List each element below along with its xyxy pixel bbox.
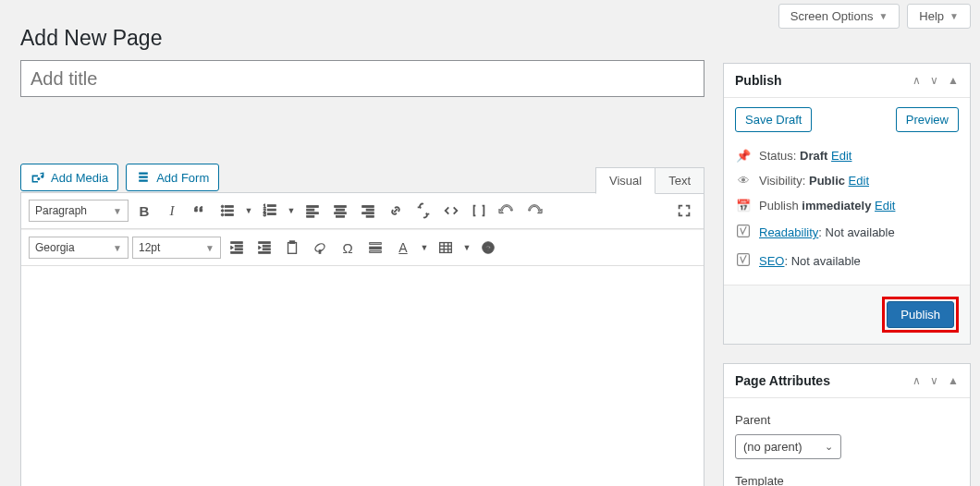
top-bar: Screen Options ▼ Help ▼ xyxy=(778,0,971,29)
toggle-icon[interactable]: ▲ xyxy=(948,74,959,87)
svg-rect-3 xyxy=(225,210,233,212)
tab-text[interactable]: Text xyxy=(655,167,704,194)
help-label: Help xyxy=(919,9,944,23)
svg-rect-39 xyxy=(440,243,452,253)
move-up-icon[interactable]: ∧ xyxy=(913,374,921,387)
parent-select[interactable]: (no parent) ⌄ xyxy=(735,434,841,459)
svg-rect-30 xyxy=(263,249,270,250)
font-value: Georgia xyxy=(35,241,75,254)
chevron-down-icon: ▼ xyxy=(421,243,429,252)
align-center-button[interactable] xyxy=(328,199,352,223)
editor-body[interactable] xyxy=(21,266,704,486)
seo-link[interactable]: SEO xyxy=(759,254,784,268)
yoast-icon xyxy=(735,252,752,270)
numbered-list-dropdown[interactable]: ▼ xyxy=(286,199,297,223)
attributes-box-title: Page Attributes xyxy=(735,373,830,388)
edit-visibility-link[interactable]: Edit xyxy=(849,174,869,188)
chevron-down-icon: ▼ xyxy=(113,243,122,253)
chevron-down-icon: ▼ xyxy=(245,206,253,215)
svg-rect-33 xyxy=(289,241,294,244)
publish-value: immediately xyxy=(802,199,871,213)
shortcode-button[interactable] xyxy=(467,199,491,223)
bullet-list-dropdown[interactable]: ▼ xyxy=(243,199,254,223)
code-button[interactable] xyxy=(439,199,463,223)
align-right-button[interactable] xyxy=(356,199,380,223)
parent-label: Parent xyxy=(735,413,959,427)
svg-rect-14 xyxy=(307,213,319,214)
svg-rect-29 xyxy=(263,245,270,247)
svg-rect-5 xyxy=(225,214,233,216)
special-char-button[interactable]: Ω xyxy=(336,236,360,260)
move-down-icon[interactable]: ∨ xyxy=(930,374,938,387)
bold-button[interactable]: B xyxy=(132,199,156,223)
indent-button[interactable] xyxy=(252,236,276,260)
preview-button[interactable]: Preview xyxy=(896,107,959,132)
svg-rect-23 xyxy=(366,215,374,217)
text-color-button[interactable]: A xyxy=(391,236,415,260)
numbered-list-button[interactable]: 123 xyxy=(258,199,282,223)
table-button[interactable] xyxy=(434,236,458,260)
bullet-list-button[interactable] xyxy=(215,199,239,223)
eye-icon: 👁 xyxy=(735,174,752,188)
clear-formatting-button[interactable] xyxy=(308,236,332,260)
save-draft-button[interactable]: Save Draft xyxy=(735,107,812,132)
italic-button[interactable]: I xyxy=(160,199,184,223)
title-input[interactable] xyxy=(20,60,704,97)
svg-text:?: ? xyxy=(485,244,491,253)
svg-rect-22 xyxy=(362,213,374,214)
template-label: Template xyxy=(735,474,959,486)
font-size-select[interactable]: 12pt ▼ xyxy=(132,237,221,259)
hr-button[interactable] xyxy=(363,236,387,260)
yoast-icon xyxy=(735,224,752,241)
publish-button[interactable]: Publish xyxy=(887,301,954,328)
move-up-icon[interactable]: ∧ xyxy=(913,74,921,87)
fullscreen-button[interactable] xyxy=(672,199,696,223)
toolbar-row-1: Paragraph ▼ B I ▼ 123 ▼ xyxy=(21,193,704,229)
svg-rect-46 xyxy=(738,225,750,237)
screen-options-label: Screen Options xyxy=(790,9,874,23)
unlink-button[interactable] xyxy=(411,199,435,223)
tab-visual[interactable]: Visual xyxy=(595,167,655,194)
svg-rect-37 xyxy=(370,247,382,249)
svg-rect-21 xyxy=(366,209,374,211)
edit-status-link[interactable]: Edit xyxy=(831,149,851,163)
table-dropdown[interactable]: ▼ xyxy=(461,236,472,260)
svg-rect-18 xyxy=(335,213,347,214)
text-color-dropdown[interactable]: ▼ xyxy=(419,236,430,260)
svg-rect-15 xyxy=(307,215,314,217)
toggle-icon[interactable]: ▲ xyxy=(948,374,959,387)
toolbar-row-2: Georgia ▼ 12pt ▼ Ω A ▼ ▼ ? xyxy=(21,229,704,266)
svg-rect-1 xyxy=(225,206,233,208)
svg-rect-13 xyxy=(307,209,314,211)
edit-publish-link[interactable]: Edit xyxy=(875,199,895,213)
svg-rect-38 xyxy=(370,251,382,253)
editor-tabs: Visual Text xyxy=(20,166,704,193)
font-select[interactable]: Georgia ▼ xyxy=(29,237,129,259)
svg-rect-35 xyxy=(319,250,321,254)
sidebar-column: Publish ∧ ∨ ▲ Save Draft Preview 📌 Statu… xyxy=(723,63,971,486)
help-icon-button[interactable]: ? xyxy=(476,236,500,260)
chevron-down-icon: ▼ xyxy=(113,206,122,216)
svg-rect-12 xyxy=(307,206,319,208)
readability-value: : Not available xyxy=(818,225,894,239)
svg-point-0 xyxy=(221,205,224,208)
align-left-button[interactable] xyxy=(300,199,325,223)
undo-button[interactable] xyxy=(495,199,519,223)
redo-button[interactable] xyxy=(522,199,546,223)
outdent-button[interactable] xyxy=(225,236,249,260)
blockquote-button[interactable] xyxy=(188,199,212,223)
pin-icon: 📌 xyxy=(735,149,752,163)
chevron-down-icon: ▼ xyxy=(949,11,959,21)
format-select[interactable]: Paragraph ▼ xyxy=(29,200,129,222)
paste-button[interactable] xyxy=(280,236,304,260)
move-down-icon[interactable]: ∨ xyxy=(930,74,938,87)
format-value: Paragraph xyxy=(35,204,87,217)
publish-box-title: Publish xyxy=(735,73,782,88)
help-button[interactable]: Help ▼ xyxy=(907,4,971,29)
screen-options-button[interactable]: Screen Options ▼ xyxy=(778,4,900,29)
link-button[interactable] xyxy=(384,199,408,223)
attributes-box-header: Page Attributes ∧ ∨ ▲ xyxy=(724,364,970,398)
svg-rect-24 xyxy=(231,242,243,244)
chevron-down-icon: ▼ xyxy=(288,206,296,215)
readability-link[interactable]: Readability xyxy=(759,225,818,239)
